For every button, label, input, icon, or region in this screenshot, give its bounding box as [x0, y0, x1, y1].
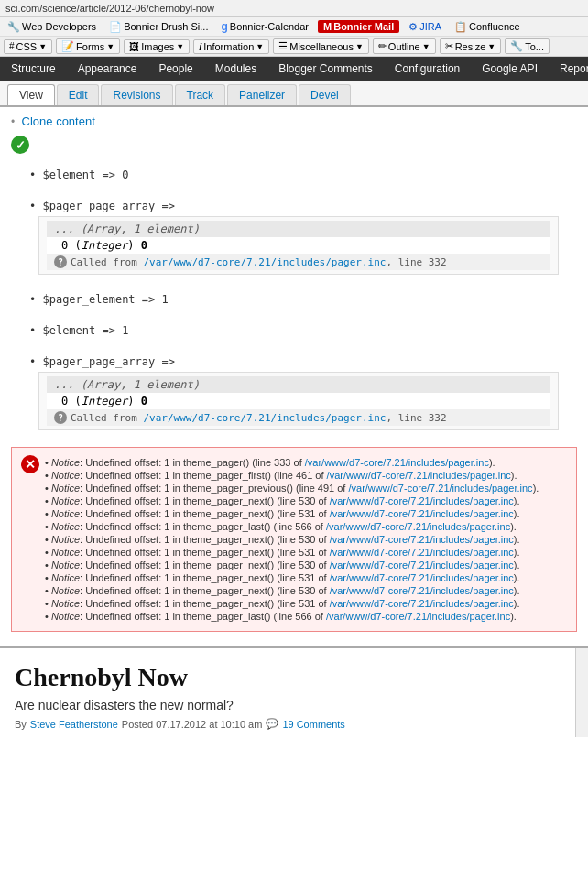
forms-label: Forms [76, 41, 104, 52]
nav-people[interactable]: People [147, 57, 203, 81]
error-line: Notice: Undefined offset: 1 in theme_pag… [45, 470, 565, 481]
confluence-icon: 📋 [454, 21, 467, 33]
error-file-link[interactable]: /var/www/d7-core/7.21/includes/pager.inc [327, 470, 511, 481]
error-file-link[interactable]: /var/www/d7-core/7.21/includes/pager.inc [330, 559, 514, 570]
row-value: 0 (Integer) 0 [61, 395, 147, 407]
bookmark-label: Bonnier Mail [333, 21, 394, 32]
nav-structure[interactable]: Structure [0, 57, 67, 81]
resize-menu[interactable]: ✂ Resize ▼ [440, 38, 502, 54]
scrollbar[interactable] [575, 648, 588, 737]
dropdown-arrow-icon: ▼ [487, 42, 495, 51]
debug-block-5: $pager_page_array => ... (Array, 1 eleme… [11, 346, 577, 440]
author-link[interactable]: Steve Featherstone [30, 719, 118, 730]
images-label: Images [141, 41, 174, 52]
bookmark-label: Bonnier-Calendar [230, 21, 309, 32]
outline-icon: ✏ [378, 40, 387, 52]
tab-view[interactable]: View [7, 84, 55, 105]
tab-revisions[interactable]: Revisions [101, 84, 172, 105]
error-file-link[interactable]: /var/www/d7-core/7.21/includes/pager.inc [348, 483, 532, 494]
forms-menu[interactable]: 📝 Forms ▼ [56, 38, 120, 54]
error-line: Notice: Undefined offset: 1 in theme_pag… [45, 457, 565, 468]
nav-google-api[interactable]: Google API [471, 57, 549, 81]
file-link[interactable]: /var/www/d7-core/7.21/includes/pager.inc [143, 412, 386, 424]
clone-content-link[interactable]: Clone content [22, 114, 95, 128]
status-row: ✓ [11, 136, 577, 154]
error-line: Notice: Undefined offset: 1 in theme_pag… [45, 534, 565, 545]
nav-modules[interactable]: Modules [204, 57, 267, 81]
array-info: ... (Array, 1 element) [54, 223, 200, 235]
debug-line: $pager_page_array => [29, 355, 577, 368]
comments-link[interactable]: 19 Comments [282, 719, 344, 730]
nav-blogger-comments[interactable]: Blogger Comments [267, 57, 384, 81]
nav-reports[interactable]: Reports [549, 57, 588, 81]
article-title: Chernobyl Now [15, 663, 555, 692]
error-file-link[interactable]: /var/www/d7-core/7.21/includes/pager.inc [330, 585, 514, 596]
nav-label: Appearance [78, 62, 137, 75]
information-menu[interactable]: i Information ▼ [193, 39, 269, 54]
bookmark-confluence[interactable]: 📋 Confluence [451, 20, 524, 34]
bullet: • [11, 115, 15, 128]
images-menu[interactable]: 🖼 Images ▼ [124, 39, 190, 54]
jira-icon: ⚙ [408, 21, 418, 33]
tab-panelizer[interactable]: Panelizer [227, 84, 297, 105]
gmail-icon: M [323, 21, 332, 32]
bookmark-label: Confluence [469, 21, 520, 32]
article-subtitle: Are nuclear disasters the new normal? [15, 698, 555, 712]
outline-label: Outline [388, 41, 420, 52]
error-file-link[interactable]: /var/www/d7-core/7.21/includes/pager.inc [330, 534, 514, 545]
clone-section: • Clone content [11, 114, 577, 128]
code-box-footer: ? Called from /var/www/d7-core/7.21/incl… [47, 409, 550, 426]
error-section: ✕ Notice: Undefined offset: 1 in theme_p… [11, 447, 577, 632]
nav-appearance[interactable]: Appearance [67, 57, 148, 81]
dropdown-arrow-icon: ▼ [355, 42, 364, 51]
error-line: Notice: Undefined offset: 1 in theme_pag… [45, 559, 565, 570]
bookmark-jira[interactable]: ⚙ JIRA [405, 20, 445, 34]
code-box-header: ... (Array, 1 element) [47, 376, 550, 393]
error-file-link[interactable]: /var/www/d7-core/7.21/includes/pager.inc [330, 547, 514, 558]
code-box-footer: ? Called from /var/www/d7-core/7.21/incl… [47, 254, 550, 270]
article-byline: By Steve Featherstone Posted 07.17.2012 … [15, 718, 555, 730]
nav-configuration[interactable]: Configuration [384, 57, 471, 81]
nav-label: Reports [560, 62, 588, 75]
information-icon: i [199, 41, 201, 52]
tab-track[interactable]: Track [175, 84, 226, 105]
miscellaneous-menu[interactable]: ☰ Miscellaneous ▼ [273, 38, 369, 54]
error-file-link[interactable]: /var/www/d7-core/7.21/includes/pager.inc [326, 611, 510, 622]
tools-menu[interactable]: 🔧 To... [505, 38, 550, 54]
debug-block-2: $pager_page_array => ... (Array, 1 eleme… [11, 190, 577, 284]
outline-menu[interactable]: ✏ Outline ▼ [373, 38, 436, 54]
code-box-header: ... (Array, 1 element) [47, 221, 550, 237]
debug-line: $element => 1 [29, 324, 577, 337]
error-file-link[interactable]: /var/www/d7-core/7.21/includes/pager.inc [326, 521, 510, 532]
debug-line: $pager_element => 1 [29, 293, 577, 306]
dropdown-arrow-icon: ▼ [176, 42, 184, 51]
images-icon: 🖼 [129, 41, 139, 52]
debug-block-1: $element => 0 [11, 159, 577, 190]
error-line: Notice: Undefined offset: 1 in theme_pag… [45, 508, 565, 519]
bookmark-web-developers[interactable]: 🔧 Web Developers [4, 20, 100, 34]
array-info: ... (Array, 1 element) [54, 378, 200, 391]
tab-label: View [19, 89, 43, 102]
error-icon: ✕ [21, 455, 39, 473]
nav-label: Configuration [395, 62, 460, 75]
error-line: Notice: Undefined offset: 1 in theme_pag… [45, 611, 565, 622]
bookmark-label: Bonnier Drush Si... [124, 21, 208, 32]
dropdown-arrow-icon: ▼ [256, 42, 264, 51]
bookmark-bonnier-mail[interactable]: M Bonnier Mail [318, 20, 399, 33]
error-file-link[interactable]: /var/www/d7-core/7.21/includes/pager.inc [330, 598, 514, 609]
error-file-link[interactable]: /var/www/d7-core/7.21/includes/pager.inc [305, 457, 489, 468]
bookmark-bonnier-drush[interactable]: 📄 Bonnier Drush Si... [105, 20, 212, 34]
bookmark-bonnier-calendar[interactable]: g Bonnier-Calendar [217, 19, 312, 34]
css-menu[interactable]: # CSS ▼ [4, 39, 52, 54]
tab-bar: View Edit Revisions Track Panelizer Deve… [0, 81, 588, 107]
error-file-link[interactable]: /var/www/d7-core/7.21/includes/pager.inc [330, 495, 514, 506]
error-file-link[interactable]: /var/www/d7-core/7.21/includes/pager.inc [330, 508, 514, 519]
error-line: Notice: Undefined offset: 1 in theme_pag… [45, 547, 565, 558]
css-icon: # [9, 41, 15, 51]
tab-edit[interactable]: Edit [57, 84, 100, 105]
by-prefix: By [15, 719, 27, 730]
file-link[interactable]: /var/www/d7-core/7.21/includes/pager.inc [143, 256, 386, 268]
code-box-2: ... (Array, 1 element) 0 (Integer) 0 ? C… [38, 372, 559, 430]
error-file-link[interactable]: /var/www/d7-core/7.21/includes/pager.inc [330, 572, 514, 583]
tab-devel[interactable]: Devel [299, 84, 351, 105]
